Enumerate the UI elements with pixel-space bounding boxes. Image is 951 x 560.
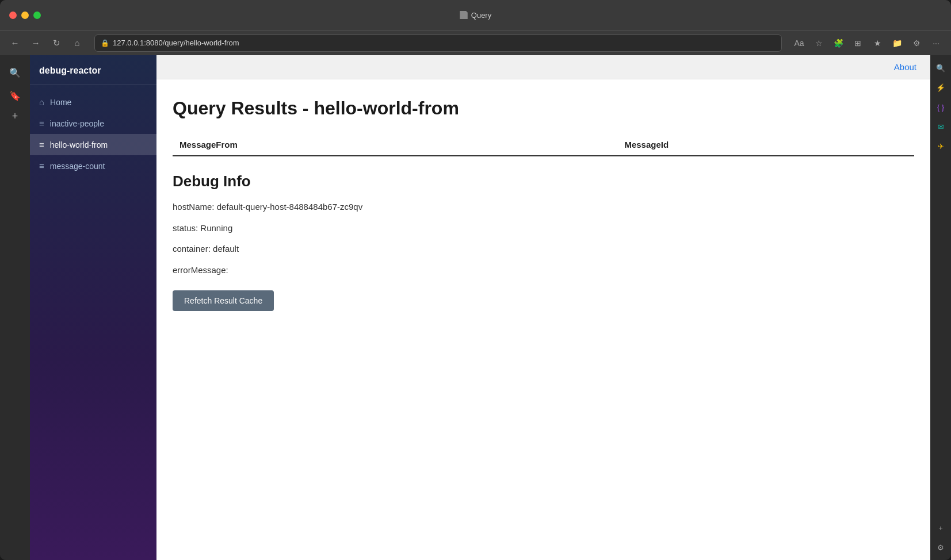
list-icon-2: ≡ xyxy=(39,140,44,149)
url-text: 127.0.0.1:8080/query/hello-world-from xyxy=(113,39,776,47)
app-sidebar-header: debug-reactor xyxy=(30,55,156,85)
debug-title: Debug Info xyxy=(173,172,914,190)
sidebar-item-message-count[interactable]: ≡ message-count xyxy=(30,155,156,177)
ext-ai-button[interactable]: ⚡ xyxy=(933,79,949,95)
sidebar-search-button[interactable]: 🔍 xyxy=(5,62,25,83)
app-area: debug-reactor ⌂ Home ≡ inactive-people ≡… xyxy=(30,55,930,560)
reader-view-button[interactable]: Aa xyxy=(791,35,807,51)
window-title-icon xyxy=(460,11,468,19)
app-content: Query Results - hello-world-from Message… xyxy=(156,79,930,560)
app-title: debug-reactor xyxy=(39,66,101,75)
home-button[interactable]: ⌂ xyxy=(69,35,85,51)
ext-code-button[interactable]: { } xyxy=(933,99,949,115)
ext-panel: 🔍 ⚡ { } ✉ ✈ + ⚙ xyxy=(930,55,951,560)
favorites-button[interactable]: ★ xyxy=(869,35,885,51)
debug-section: Debug Info hostName: default-query-host-… xyxy=(173,172,914,311)
bookmark-button[interactable]: ☆ xyxy=(811,35,827,51)
ext-messenger-button[interactable]: ✈ xyxy=(933,138,949,154)
debug-status: status: Running xyxy=(173,222,914,235)
sidebar-item-hello-world-from-label: hello-world-from xyxy=(50,140,108,149)
settings-button[interactable]: ⚙ xyxy=(908,35,925,51)
sidebar-add-button[interactable]: + xyxy=(7,108,23,124)
column-header-message-from: MessageFrom xyxy=(173,135,617,156)
address-bar[interactable]: 🔒 127.0.0.1:8080/query/hello-world-from xyxy=(94,34,782,52)
sidebar-item-inactive-people-label: inactive-people xyxy=(50,119,104,128)
list-icon-3: ≡ xyxy=(39,161,44,171)
more-button[interactable]: ··· xyxy=(928,35,944,51)
app-sidebar: debug-reactor ⌂ Home ≡ inactive-people ≡… xyxy=(30,55,156,560)
browser-window: Query ← → ↻ ⌂ 🔒 127.0.0.1:8080/query/hel… xyxy=(0,0,951,560)
app-topbar: About xyxy=(156,55,930,79)
home-icon: ⌂ xyxy=(39,97,44,107)
window-title-text: Query xyxy=(471,11,491,20)
sidebar-item-hello-world-from[interactable]: ≡ hello-world-from xyxy=(30,134,156,155)
sidebar-item-home[interactable]: ⌂ Home xyxy=(30,91,156,113)
browser-sidebar-icons: 🔍 🔖 + xyxy=(0,55,30,560)
split-view-button[interactable]: ⊞ xyxy=(850,35,866,51)
debug-hostname: hostName: default-query-host-8488484b67-… xyxy=(173,201,914,214)
sidebar-item-message-count-label: message-count xyxy=(50,162,105,171)
sidebar-bookmarks-button[interactable]: 🔖 xyxy=(5,85,25,106)
collections-button[interactable]: 📁 xyxy=(889,35,905,51)
back-button[interactable]: ← xyxy=(7,35,23,51)
ext-mail-button[interactable]: ✉ xyxy=(933,118,949,135)
sidebar-item-home-label: Home xyxy=(50,98,71,107)
maximize-button[interactable] xyxy=(33,11,41,19)
refresh-button[interactable]: ↻ xyxy=(48,35,64,51)
toolbar-actions: Aa ☆ 🧩 ⊞ ★ 📁 ⚙ ··· xyxy=(791,35,944,51)
minimize-button[interactable] xyxy=(21,11,29,19)
sidebar-nav: ⌂ Home ≡ inactive-people ≡ hello-world-f… xyxy=(30,85,156,183)
close-button[interactable] xyxy=(9,11,17,19)
sidebar-item-inactive-people[interactable]: ≡ inactive-people xyxy=(30,113,156,134)
traffic-lights xyxy=(9,11,41,19)
forward-button[interactable]: → xyxy=(28,35,44,51)
ext-add-button[interactable]: + xyxy=(933,520,949,536)
debug-container: container: default xyxy=(173,243,914,256)
about-link[interactable]: About xyxy=(894,62,916,72)
ext-settings-button[interactable]: ⚙ xyxy=(933,539,949,555)
browser-content: 🔍 🔖 + debug-reactor ⌂ Home ≡ inactive xyxy=(0,55,951,560)
window-title: Query xyxy=(460,11,491,20)
extensions-button[interactable]: 🧩 xyxy=(830,35,846,51)
list-icon-1: ≡ xyxy=(39,118,44,128)
app-main: About Query Results - hello-world-from M… xyxy=(156,55,930,560)
refetch-button[interactable]: Refetch Result Cache xyxy=(173,290,274,311)
results-table: MessageFrom MessageId xyxy=(173,135,914,156)
security-icon: 🔒 xyxy=(101,39,109,47)
titlebar: Query xyxy=(0,0,951,30)
column-header-message-id: MessageId xyxy=(617,135,914,156)
page-title: Query Results - hello-world-from xyxy=(173,98,914,119)
ext-search-button[interactable]: 🔍 xyxy=(933,60,949,76)
debug-error: errorMessage: xyxy=(173,264,914,277)
browser-toolbar: ← → ↻ ⌂ 🔒 127.0.0.1:8080/query/hello-wor… xyxy=(0,30,951,55)
